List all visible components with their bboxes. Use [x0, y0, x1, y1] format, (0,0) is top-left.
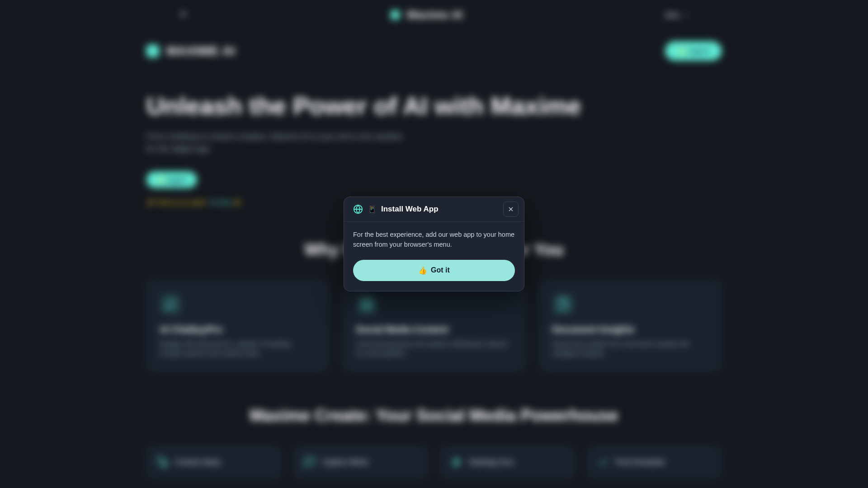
modal-title: Install Web App	[381, 205, 439, 214]
modal-emoji: 📱	[368, 205, 377, 214]
btn-label: Got it	[431, 266, 450, 274]
modal-body: For the best experience, add our web app…	[344, 222, 524, 291]
got-it-button[interactable]: 👍 Got it	[353, 260, 515, 281]
close-icon	[507, 206, 514, 213]
modal-text: For the best experience, add our web app…	[353, 230, 515, 250]
globe-icon	[353, 204, 363, 214]
modal-header: 📱 Install Web App	[344, 197, 524, 222]
btn-emoji: 👍	[418, 266, 427, 275]
modal-overlay: 📱 Install Web App For the best experienc…	[0, 0, 868, 488]
close-button[interactable]	[503, 202, 519, 217]
install-modal: 📱 Install Web App For the best experienc…	[344, 197, 524, 291]
